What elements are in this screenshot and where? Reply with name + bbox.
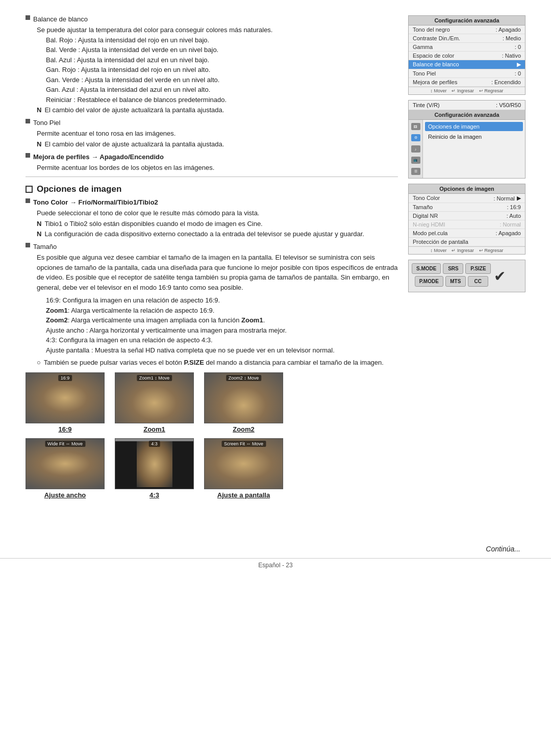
btn-psize[interactable]: P.SIZE xyxy=(465,263,491,274)
panel1-title: Configuración avanzada xyxy=(409,16,525,26)
page-footer: Español - 23 xyxy=(0,558,551,569)
remote-panel: S.MODE SRS P.SIZE P.MODE MTS CC ✔ xyxy=(408,260,525,292)
thumb-zoom1-tag: Zoom1 ↕ Move xyxy=(137,375,172,381)
panel3-footer: ↕ Mover ↵ Ingresar ↩ Regresar xyxy=(409,246,525,254)
icon-settings-active[interactable]: ⚙ xyxy=(411,134,420,141)
thumb-zoom1-label: Zoom1 xyxy=(143,425,165,433)
balance-blanco-note: N El cambio del valor de ajuste actualiz… xyxy=(26,106,398,115)
menu-item-opciones[interactable]: Opciones de imagen xyxy=(425,122,523,131)
panel3-row-tamanio: Tamaño : 16:9 xyxy=(409,203,525,212)
thumb-screenfit-box: Screen Fit ↔ Move xyxy=(204,438,283,489)
panel1-row-tono-piel: Tono Piel : 0 xyxy=(409,69,525,78)
menu-items: Opciones de imagen Reinicio de la imagen xyxy=(423,120,525,178)
remote-buttons: S.MODE SRS P.SIZE P.MODE MTS CC xyxy=(412,263,491,289)
checkbox-icon xyxy=(26,186,33,193)
thumb-43-box: 4:3 xyxy=(115,438,194,489)
balance-verde: Bal. Verde : Ajusta la intensidad del ve… xyxy=(26,45,398,55)
continua-text: Continúa... xyxy=(0,545,551,553)
left-content: Balance de blanco Se puede ajustar la te… xyxy=(26,15,398,504)
tamanio-header: Tamaño xyxy=(33,243,57,250)
thumb-zoom2-box: Zoom2 ↕ Move xyxy=(204,372,283,423)
tono-piel-note: N El cambio del valor de ajuste actualiz… xyxy=(26,140,398,149)
gan-verde: Gan. Verde : Ajusta la intensidad del ve… xyxy=(26,75,398,85)
panel3-tono-arrow: ▶ xyxy=(517,195,521,201)
thumb-169-tag: 16:9 xyxy=(58,375,72,381)
bullet-icon-4 xyxy=(26,198,30,203)
panel3-row-modo-pel: Modo pel.cula : Apagado xyxy=(409,229,525,238)
mejora-perfiles-desc: Permite acentuar los bordes de los objet… xyxy=(26,163,398,173)
thumb-zoom1: Zoom1 ↕ Move Zoom1 xyxy=(115,372,194,433)
remote-row2: P.MODE MTS CC xyxy=(412,276,491,287)
panel1-footer: ↕ Mover ↵ Ingresar ↩ Regresar xyxy=(409,87,525,94)
remote-with-checkmark: S.MODE SRS P.SIZE P.MODE MTS CC ✔ xyxy=(412,263,522,289)
thumb-zoom2-tag: Zoom2 ↕ Move xyxy=(226,375,262,381)
thumb-169: 16:9 16:9 xyxy=(26,372,105,433)
tinte-row: Tinte (V/R) : V50/R50 xyxy=(409,100,525,110)
thumb-zoom2: Zoom2 ↕ Move Zoom2 xyxy=(204,372,283,433)
bullet-icon-5 xyxy=(26,243,30,247)
gan-azul: Gan. Azul : Ajusta la intensidad del azu… xyxy=(26,85,398,95)
footer-text: Español - 23 xyxy=(258,562,292,569)
thumb-wide-box: Wide Fit ↔ Move xyxy=(26,438,105,489)
panel1-row-espacio: Espacio de color : Nativo xyxy=(409,52,525,60)
tamanio-169: 16:9: Configura la imagen en una relació… xyxy=(26,295,398,306)
panel1-row-contraste: Contraste Din./Em. : Medio xyxy=(409,34,525,43)
remote-row1: S.MODE SRS P.SIZE xyxy=(412,263,491,274)
panel1-balance-arrow: ▶ xyxy=(517,61,521,68)
bullet-icon-2 xyxy=(26,119,30,123)
panel1-row-balance: Balance de blanco ▶ xyxy=(409,60,525,69)
section-tamanio: Tamaño Es posible que alguna vez desee c… xyxy=(26,243,398,367)
icon-sound: ♪ xyxy=(411,145,420,153)
panel3-title: Opciones de imagen xyxy=(409,184,525,194)
section-tono-color: Tono Color → Frío/Normal/Tibio1/Tibio2 P… xyxy=(26,198,398,239)
panel2-body: 🖼 ⚙ ♪ 📺 ☰ Opciones de imagen Reinicio de… xyxy=(409,120,525,178)
tamanio-ajuste-pantalla: Ajuste pantalla : Muestra la señal HD na… xyxy=(26,345,398,356)
balance-azul: Bal. Azul : Ajusta la intensidad del azu… xyxy=(26,55,398,65)
reiniciar: Reiniciar : Restablece el balance de bla… xyxy=(26,95,398,105)
panel2-title: Configuración avanzada xyxy=(409,110,525,120)
tono-piel-desc: Permite acentuar el tono rosa en las imá… xyxy=(26,129,398,139)
btn-mts[interactable]: MTS xyxy=(445,276,466,287)
checkmark-icon: ✔ xyxy=(494,268,506,285)
panel-opciones-imagen: Opciones de imagen Tono Color : Normal ▶… xyxy=(408,184,525,255)
bullet-icon-3 xyxy=(26,153,30,158)
panel3-row-proteccion: Protección de pantalla xyxy=(409,238,525,246)
tono-color-note-2: N La configuración de cada dispositivo e… xyxy=(26,230,398,239)
panel3-row-tono: Tono Color : Normal ▶ xyxy=(409,194,525,203)
tono-piel-header: Tono Piel xyxy=(33,119,60,127)
thumb-43-tag: 4:3 xyxy=(148,441,160,447)
menu-icons-col: 🖼 ⚙ ♪ 📺 ☰ xyxy=(409,120,423,178)
right-panels: Configuración avanzada Tono del negro : … xyxy=(408,15,525,504)
section-mejora-perfiles: Mejora de perfiles → Apagado/Encendido P… xyxy=(26,153,398,173)
thumb-wide-label: Ajuste ancho xyxy=(44,491,86,499)
tinte-label: Tinte (V/R) xyxy=(413,102,440,108)
panel-menu: Tinte (V/R) : V50/R50 Configuración avan… xyxy=(408,100,525,179)
thumb-169-box: 16:9 xyxy=(26,372,105,423)
tinte-value: : V50/R50 xyxy=(496,102,521,108)
btn-cc[interactable]: CC xyxy=(468,276,488,287)
panel1-row-mejora: Mejora de perfiles : Encendido xyxy=(409,78,525,87)
gan-rojo: Gan. Rojo : Ajusta la intensidad del roj… xyxy=(26,65,398,75)
thumb-screen-fit: Screen Fit ↔ Move Ajuste a pantalla xyxy=(204,438,283,499)
tono-color-header: Tono Color → Frío/Normal/Tibio1/Tibio2 xyxy=(33,198,158,206)
tamanio-intro: Es posible que alguna vez desee cambiar … xyxy=(26,253,398,292)
btn-pmode[interactable]: P.MODE xyxy=(415,276,443,287)
panel1-row-gamma: Gamma : 0 xyxy=(409,43,525,52)
section-balance-blanco: Balance de blanco Se puede ajustar la te… xyxy=(26,15,398,115)
tono-color-note-1: N Tibio1 o Tibio2 sólo están disponibles… xyxy=(26,219,398,229)
balance-blanco-intro: Se puede ajustar la temperatura del colo… xyxy=(26,25,398,35)
section-tono-piel: Tono Piel Permite acentuar el tono rosa … xyxy=(26,119,398,149)
thumbnails-row2: Wide Fit ↔ Move Ajuste ancho 4:3 4:3 Scr… xyxy=(26,438,398,499)
thumb-169-label: 16:9 xyxy=(58,425,71,433)
thumbnails-row1: 16:9 16:9 Zoom1 ↕ Move Zoom1 Zoom2 ↕ Mov… xyxy=(26,372,398,433)
btn-smode[interactable]: S.MODE xyxy=(412,263,441,274)
balance-blanco-header: Balance de blanco xyxy=(33,15,88,23)
icon-display: 📺 xyxy=(411,157,420,164)
icon-other: ☰ xyxy=(411,168,420,175)
mejora-perfiles-header: Mejora de perfiles → Apagado/Encendido xyxy=(33,153,164,161)
menu-item-reinicio[interactable]: Reinicio de la imagen xyxy=(425,132,523,141)
bullet-icon xyxy=(26,15,30,20)
panel1-row-tono-negro: Tono del negro : Apagado xyxy=(409,26,525,34)
btn-srs[interactable]: SRS xyxy=(443,263,463,274)
panel-config-avanzada: Configuración avanzada Tono del negro : … xyxy=(408,15,525,95)
